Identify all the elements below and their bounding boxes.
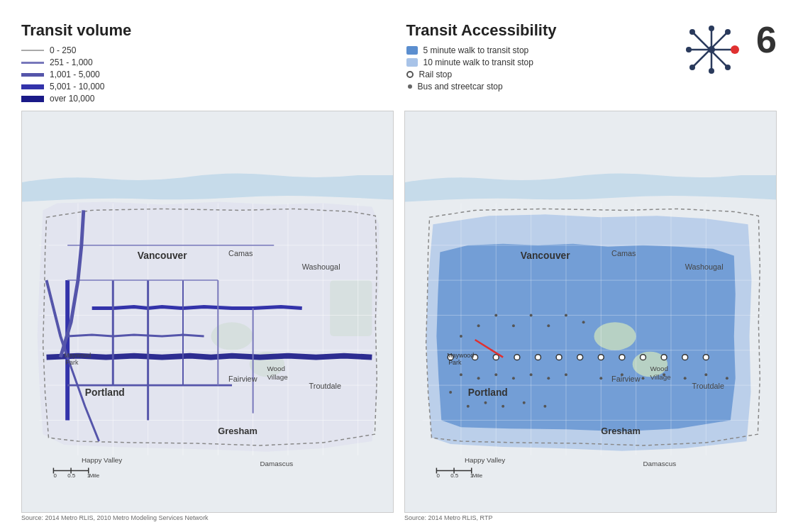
svg-point-108 [484, 401, 487, 404]
legend-item-1: 251 - 1,000 [21, 57, 385, 67]
svg-point-89 [547, 324, 550, 327]
svg-text:Troutdale: Troutdale [692, 382, 724, 390]
legend-label-0: 0 - 250 [50, 45, 76, 55]
svg-point-72 [493, 355, 499, 360]
legend-item-5min: 5 minute walk to transit stop [406, 45, 557, 55]
svg-point-88 [530, 314, 533, 316]
svg-point-12 [689, 65, 695, 70]
legend-label-bus: Bus and streetcar stop [418, 82, 503, 92]
left-header: Transit volume 0 - 250 251 - 1,000 1,001… [21, 21, 399, 104]
svg-point-5 [731, 45, 739, 54]
svg-point-4 [686, 47, 692, 52]
svg-point-107 [467, 405, 470, 408]
svg-point-10 [725, 65, 731, 70]
transit-accessibility-title: Transit Accessibility [406, 21, 557, 40]
svg-point-82 [703, 355, 709, 360]
svg-text:Damascus: Damascus [260, 460, 294, 467]
svg-point-54 [594, 322, 636, 350]
legend-label-5min: 5 minute walk to transit stop [423, 45, 529, 55]
svg-point-90 [565, 314, 567, 316]
svg-point-80 [661, 355, 667, 360]
legend-item-2: 1,001 - 5,000 [21, 70, 385, 79]
svg-text:0: 0 [436, 472, 440, 479]
legend-item-rail: Rail stop [406, 70, 557, 79]
legend-item-0: 0 - 250 [21, 45, 385, 55]
left-map-container: Vancouver Camas Washougal Portland Fairv… [21, 111, 394, 521]
svg-point-73 [514, 355, 520, 360]
transit-network-icon [682, 21, 742, 78]
svg-text:Village: Village [267, 373, 288, 381]
svg-point-106 [449, 391, 452, 394]
svg-text:Maywood: Maywood [447, 352, 474, 359]
swatch-bus [408, 84, 412, 89]
svg-point-96 [530, 373, 533, 376]
svg-text:Park: Park [65, 359, 79, 366]
svg-point-95 [512, 377, 515, 379]
page: Transit volume 0 - 250 251 - 1,000 1,001… [0, 0, 798, 532]
line-swatch-4 [21, 96, 44, 102]
svg-point-75 [556, 355, 562, 360]
svg-point-9 [689, 29, 695, 35]
swatch-rail [406, 71, 414, 78]
svg-text:Washougal: Washougal [685, 262, 724, 271]
svg-text:Gresham: Gresham [218, 426, 257, 436]
svg-text:Happy Valley: Happy Valley [465, 456, 505, 464]
left-map-source: Source: 2014 Metro RLIS, 2010 Metro Mode… [21, 514, 394, 521]
legend-item-bus: Bus and streetcar stop [406, 82, 557, 92]
svg-point-93 [477, 377, 480, 379]
svg-text:Fairview: Fairview [228, 375, 257, 383]
legend-label-3: 5,001 - 10,000 [50, 82, 104, 92]
line-swatch-0 [21, 50, 44, 51]
svg-point-99 [599, 377, 602, 379]
svg-point-81 [682, 355, 688, 360]
svg-text:Vancouver: Vancouver [138, 250, 187, 261]
line-swatch-3 [21, 84, 44, 89]
right-map-frame: Vancouver Camas Washougal Portland Fairv… [404, 111, 777, 513]
svg-text:Maywood: Maywood [64, 352, 91, 359]
legend-label-1: 251 - 1,000 [50, 57, 93, 67]
svg-point-109 [501, 405, 504, 408]
right-map-svg: Vancouver Camas Washougal Portland Fairv… [405, 111, 776, 512]
legend-item-4: over 10,000 [21, 94, 385, 104]
svg-point-6 [709, 26, 714, 31]
legend-item-3: 5,001 - 10,000 [21, 82, 385, 92]
transit-volume-legend: 0 - 250 251 - 1,000 1,001 - 5,000 5,001 … [21, 45, 385, 104]
svg-text:Happy Valley: Happy Valley [82, 456, 122, 464]
svg-text:Damascus: Damascus [643, 460, 677, 467]
svg-point-85 [477, 324, 480, 327]
transit-volume-title: Transit volume [21, 21, 385, 40]
svg-point-103 [684, 377, 687, 379]
svg-text:Village: Village [650, 373, 671, 381]
svg-text:Camas: Camas [228, 249, 253, 257]
svg-text:Washougal: Washougal [302, 262, 340, 271]
line-swatch-1 [21, 62, 44, 64]
svg-text:Portland: Portland [85, 387, 125, 398]
maps-row: Vancouver Camas Washougal Portland Fairv… [21, 111, 777, 521]
svg-text:Mile: Mile [89, 472, 100, 479]
svg-text:Portland: Portland [468, 387, 508, 398]
svg-point-105 [726, 377, 728, 379]
svg-text:Park: Park [448, 359, 462, 366]
svg-point-91 [582, 321, 585, 323]
svg-text:Troutdale: Troutdale [309, 382, 341, 390]
line-swatch-2 [21, 73, 44, 77]
svg-point-94 [494, 373, 497, 376]
svg-point-8 [708, 46, 715, 53]
svg-point-110 [523, 401, 526, 404]
svg-text:0.5: 0.5 [67, 472, 76, 479]
svg-point-92 [460, 373, 462, 376]
svg-text:Fairview: Fairview [611, 375, 641, 383]
page-number: 6 [756, 21, 777, 58]
svg-point-74 [536, 355, 541, 360]
svg-text:Mile: Mile [472, 472, 483, 479]
svg-point-77 [598, 355, 604, 360]
right-header: Transit Accessibility 5 minute walk to t… [399, 21, 777, 104]
svg-text:Gresham: Gresham [601, 426, 641, 436]
legend-label-2: 1,001 - 5,000 [50, 70, 100, 79]
svg-point-11 [725, 29, 731, 35]
svg-text:0: 0 [53, 472, 57, 479]
legend-label-4: over 10,000 [50, 94, 94, 104]
transit-icon-container: 6 [682, 21, 777, 78]
header-row: Transit volume 0 - 250 251 - 1,000 1,001… [21, 21, 777, 104]
svg-text:Camas: Camas [611, 249, 636, 257]
